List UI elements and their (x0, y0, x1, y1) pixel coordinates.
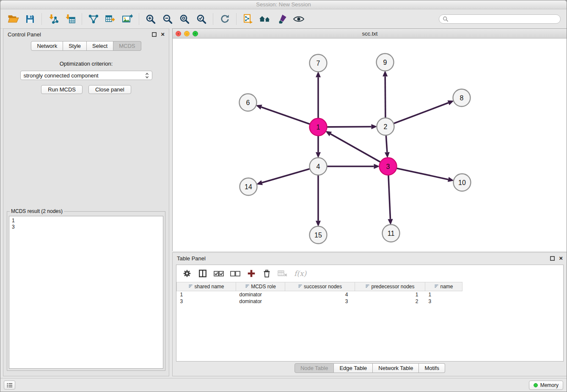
refresh-view-button[interactable] (217, 11, 233, 27)
column-header-predecessor-nodes[interactable]: predecessor nodes (355, 282, 425, 291)
node-1[interactable]: 1 (310, 119, 327, 136)
select-all-rows-button[interactable] (214, 271, 224, 277)
close-mcds-panel-button[interactable]: Close panel (88, 85, 131, 94)
column-header-successor-nodes[interactable]: successor nodes (285, 282, 355, 291)
node-11[interactable]: 11 (383, 225, 400, 242)
delete-rows-button[interactable] (262, 269, 271, 278)
table-cell[interactable]: 1 (355, 291, 425, 298)
close-panel-icon[interactable]: × (161, 31, 165, 37)
deselect-all-rows-button[interactable] (230, 271, 240, 277)
duplicate-network-button[interactable] (240, 11, 256, 27)
edge-2-9[interactable] (385, 77, 385, 118)
import-table-icon (65, 14, 76, 25)
zoom-selected-button[interactable] (193, 11, 209, 27)
table-cell[interactable]: dominator (236, 298, 285, 305)
node-14[interactable]: 14 (240, 178, 257, 196)
table-cell[interactable]: 3 (285, 298, 355, 305)
table-cell[interactable]: 3 (177, 298, 236, 305)
toolbar-separator (139, 13, 139, 25)
control-panel: Control Panel × NetworkStyleSelectMCDS O… (3, 28, 169, 376)
float-table-panel-icon[interactable] (550, 256, 555, 261)
network-canvas[interactable]: 7968124314101511 (173, 39, 567, 251)
fit-content-button[interactable] (257, 11, 273, 27)
table-cell[interactable]: 2 (355, 298, 425, 305)
edge-3-11[interactable] (388, 175, 391, 219)
table-settings-button[interactable] (182, 269, 192, 278)
export-table-button[interactable] (102, 11, 118, 27)
show-graphics-details-button[interactable] (291, 11, 307, 27)
column-header-MCDS-role[interactable]: MCDS role (236, 282, 285, 291)
run-mcds-button[interactable]: Run MCDS (41, 85, 83, 94)
node-6[interactable]: 6 (239, 94, 257, 111)
new-network-button[interactable] (85, 11, 102, 27)
network-nodes-icon (88, 14, 99, 25)
edge-3-1[interactable] (330, 134, 380, 162)
search-input[interactable] (451, 15, 557, 22)
node-10[interactable]: 10 (454, 174, 471, 191)
node-15[interactable]: 15 (310, 226, 327, 244)
table-tab-network-table[interactable]: Network Table (373, 363, 419, 373)
table-row[interactable]: 1dominator411 (177, 291, 564, 298)
zoom-fit-button[interactable] (176, 11, 193, 27)
show-panels-button[interactable] (4, 381, 15, 389)
table-row[interactable]: 3dominator323 (177, 298, 564, 305)
zoom-in-button[interactable] (143, 11, 159, 27)
apply-style-button[interactable] (274, 11, 290, 27)
open-session-button[interactable] (5, 11, 21, 27)
export-image-button[interactable] (119, 11, 135, 27)
table-cell[interactable]: 4 (285, 291, 355, 298)
edge-1-6[interactable] (261, 107, 310, 124)
column-header-name[interactable]: name (425, 282, 462, 291)
node-4[interactable]: 4 (310, 158, 327, 175)
node-2[interactable]: 2 (377, 118, 394, 135)
trash-icon (262, 269, 271, 278)
table-tab-edge-table[interactable]: Edge Table (334, 363, 373, 373)
add-row-button[interactable] (247, 269, 256, 278)
mcds-result-box[interactable]: 13 (9, 216, 163, 369)
network-window: × − + scc.txt 7968124314101511 (172, 28, 567, 251)
table-cell-filler (462, 298, 564, 305)
delete-table-button[interactable] (278, 270, 288, 277)
edge-1-2[interactable] (327, 127, 372, 127)
table-cell[interactable]: 1 (177, 291, 236, 298)
split-columns-button[interactable] (198, 269, 207, 278)
save-session-button[interactable] (22, 11, 38, 27)
close-table-panel-icon[interactable]: × (559, 255, 563, 261)
maximize-window-icon[interactable]: + (193, 31, 198, 36)
column-header-label: MCDS role (251, 284, 276, 290)
edge-4-14[interactable] (262, 169, 310, 183)
dropdown-chevrons-icon (145, 72, 149, 79)
table-cell[interactable]: dominator (236, 291, 285, 298)
tab-select[interactable]: Select (87, 41, 113, 51)
function-builder-button[interactable]: f(x) (294, 269, 306, 278)
memory-button[interactable]: Memory (529, 381, 563, 390)
close-window-icon[interactable]: × (176, 31, 181, 36)
edge-2-3[interactable] (386, 135, 387, 152)
search-box[interactable] (439, 14, 561, 24)
window-titlebar[interactable]: Session: New Session (0, 0, 567, 9)
zoom-fit-icon (179, 14, 190, 24)
tab-network[interactable]: Network (31, 41, 63, 51)
float-panel-icon[interactable] (152, 32, 157, 37)
edge-2-8[interactable] (394, 103, 448, 124)
table-cell[interactable]: 3 (425, 298, 462, 305)
network-window-titlebar[interactable]: × − + scc.txt (173, 29, 567, 39)
zoom-out-button[interactable] (160, 11, 176, 27)
minimize-window-icon[interactable]: − (184, 31, 190, 36)
import-table-button[interactable] (62, 11, 78, 27)
node-7[interactable]: 7 (310, 55, 327, 72)
column-header-shared-name[interactable]: shared name (177, 282, 236, 291)
table-tab-motifs[interactable]: Motifs (419, 363, 445, 373)
node-8[interactable]: 8 (453, 89, 471, 107)
table-tab-node-table[interactable]: Node Table (295, 363, 334, 373)
edge-3-10[interactable] (396, 168, 448, 179)
node-3[interactable]: 3 (380, 158, 397, 175)
node-9[interactable]: 9 (377, 54, 394, 71)
table-cell[interactable]: 1 (425, 291, 462, 298)
table-toolbar: f(x) (176, 265, 563, 282)
svg-text:10: 10 (458, 179, 466, 186)
criterion-dropdown[interactable]: strongly connected component (20, 71, 152, 80)
import-network-button[interactable] (45, 11, 61, 27)
tab-style[interactable]: Style (63, 41, 87, 51)
tab-mcds[interactable]: MCDS (113, 41, 141, 51)
